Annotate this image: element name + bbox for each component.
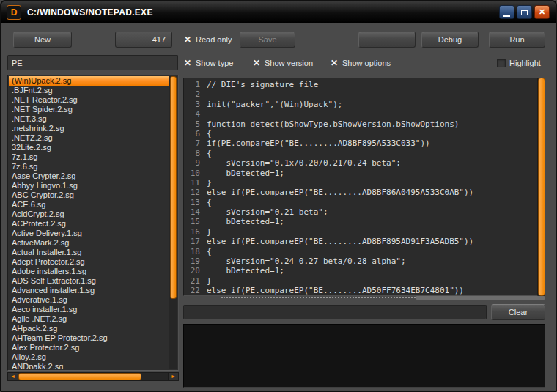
editor-horizontal-scrollbar[interactable] bbox=[183, 295, 545, 301]
new-button[interactable]: New bbox=[13, 32, 72, 48]
list-item[interactable]: Alex Protector.2.sg bbox=[9, 343, 169, 352]
code-line[interactable]: 11} bbox=[184, 178, 537, 188]
list-item[interactable]: .NET Spider.2.sg bbox=[9, 105, 169, 114]
code-line[interactable]: 13{ bbox=[184, 198, 537, 207]
list-item[interactable]: 32Lite.2.sg bbox=[9, 143, 169, 152]
list-item[interactable]: Adobe installers.1.sg bbox=[9, 267, 169, 276]
list-item[interactable]: Alloy.2.sg bbox=[9, 352, 169, 362]
window-titlebar[interactable]: D C:/WINDOWS/NOTEPAD.EXE ✕ bbox=[1, 1, 556, 23]
list-vertical-scrollbar[interactable] bbox=[169, 76, 177, 369]
list-item[interactable]: 7z.1.sg bbox=[9, 152, 169, 162]
code-text: { bbox=[207, 247, 212, 256]
code-line[interactable]: 7if(PE.compareEP("BE........AD8BF895A533… bbox=[184, 138, 537, 148]
code-text: } bbox=[207, 227, 212, 237]
list-item[interactable]: .NET Reactor.2.sg bbox=[9, 95, 169, 105]
readonly-checkbox[interactable]: ✕ Read only bbox=[183, 34, 232, 45]
signature-list: (Win)Upack.2.sg.BJFnt.2.sg.NET Reactor.2… bbox=[7, 75, 179, 371]
list-item[interactable]: .netshrink.2.sg bbox=[9, 124, 169, 133]
hscroll-thumb[interactable] bbox=[18, 373, 141, 380]
list-item[interactable]: AHTeam EP Protector.2.sg bbox=[9, 333, 169, 343]
code-line[interactable]: 19 sVersion="0.24-0.27 beta/0.28 alpha"; bbox=[184, 256, 537, 266]
list-item[interactable]: .BJFnt.2.sg bbox=[9, 86, 169, 95]
showversion-checkbox[interactable]: ✕ Show version bbox=[252, 58, 313, 68]
list-item[interactable]: ABC Cryptor.2.sg bbox=[9, 191, 169, 200]
code-line[interactable]: 18{ bbox=[184, 247, 537, 256]
code-line[interactable]: 17else if(PE.compareEP("BE........AD8BF8… bbox=[184, 237, 537, 246]
list-item[interactable]: Adept Protector.2.sg bbox=[9, 257, 169, 267]
scroll-left-button[interactable]: ◄ bbox=[8, 373, 18, 380]
code-editor[interactable]: 1// DIE's signature file23init("packer",… bbox=[183, 78, 538, 296]
list-item[interactable]: Aase Crypter.2.sg bbox=[9, 171, 169, 181]
code-line[interactable]: 15 bDetected=1; bbox=[184, 217, 537, 226]
highlight-checkbox[interactable]: Highlight bbox=[497, 58, 541, 68]
code-line[interactable]: 5function detect(bShowType,bShowVersion,… bbox=[184, 119, 537, 129]
maximize-button[interactable] bbox=[517, 5, 532, 19]
run-button[interactable]: Run bbox=[489, 32, 545, 48]
list-item[interactable]: Aeco installer.1.sg bbox=[9, 305, 169, 314]
debug-button[interactable]: Debug bbox=[421, 32, 479, 48]
list-item[interactable]: 7z.6.sg bbox=[9, 162, 169, 171]
checkbox-check-icon: ✕ bbox=[183, 35, 192, 44]
code-line[interactable]: 4 bbox=[184, 109, 537, 119]
list-item[interactable]: Abbyy Lingvo.1.sg bbox=[9, 181, 169, 191]
list-item[interactable]: Agile .NET.2.sg bbox=[9, 314, 169, 324]
spare-button[interactable] bbox=[358, 32, 416, 48]
code-line[interactable]: 20 bDetected=1; bbox=[184, 266, 537, 275]
code-text: bDetected=1; bbox=[207, 266, 284, 275]
readonly-label: Read only bbox=[196, 35, 232, 44]
save-button[interactable]: Save bbox=[240, 32, 295, 48]
list-item[interactable]: ADS Self Extractor.1.sg bbox=[9, 276, 169, 286]
line-number: 1 bbox=[184, 80, 207, 89]
code-line[interactable]: 14 sVersion="0.21 beta"; bbox=[184, 207, 537, 217]
list-item[interactable]: .NETZ.2.sg bbox=[9, 133, 169, 143]
showoptions-checkbox[interactable]: ✕ Show options bbox=[330, 58, 391, 68]
list-item[interactable]: Advanced installer.1.sg bbox=[9, 286, 169, 295]
showtype-checkbox[interactable]: ✕ Show type bbox=[183, 58, 233, 68]
code-line[interactable]: 1// DIE's signature file bbox=[184, 80, 537, 89]
editor-lines: 1// DIE's signature file23init("packer",… bbox=[184, 80, 537, 296]
line-number: 9 bbox=[184, 158, 207, 168]
list-horizontal-scrollbar[interactable]: ◄ ► bbox=[7, 372, 179, 381]
list-item[interactable]: ACE.6.sg bbox=[9, 200, 169, 210]
hscroll-thumb[interactable] bbox=[416, 296, 545, 300]
list-item[interactable]: (Win)Upack.2.sg bbox=[9, 76, 169, 86]
list-item[interactable]: Active Delivery.1.sg bbox=[9, 229, 169, 238]
code-line[interactable]: 12else if(PE.compareEP("BE........AD8BF8… bbox=[184, 188, 537, 197]
list-item[interactable]: AHpack.2.sg bbox=[9, 324, 169, 333]
code-line[interactable]: 6{ bbox=[184, 129, 537, 138]
scroll-right-button[interactable]: ► bbox=[168, 373, 178, 380]
code-line[interactable]: 2 bbox=[184, 89, 537, 99]
vscroll-thumb[interactable] bbox=[538, 78, 545, 296]
app-window: D C:/WINDOWS/NOTEPAD.EXE ✕ New 417 ✕ Rea… bbox=[0, 0, 557, 392]
list-item[interactable]: ACProtect.2.sg bbox=[9, 219, 169, 229]
clear-button[interactable]: Clear bbox=[491, 304, 545, 320]
minimize-button[interactable] bbox=[499, 5, 514, 19]
line-number: 3 bbox=[184, 100, 207, 109]
code-line[interactable]: 3init("packer","(Win)Upack"); bbox=[184, 100, 537, 109]
code-line[interactable]: 21} bbox=[184, 276, 537, 286]
list-item[interactable]: ANDpakk.2.sg bbox=[9, 362, 169, 369]
code-text: // DIE's signature file bbox=[207, 80, 318, 89]
list-item[interactable]: AcidCrypt.2.sg bbox=[9, 210, 169, 219]
output-console[interactable] bbox=[183, 324, 545, 388]
line-number: 4 bbox=[184, 109, 207, 119]
line-number: 16 bbox=[184, 227, 207, 237]
list-item[interactable]: Actual Installer.1.sg bbox=[9, 248, 169, 257]
code-line[interactable]: 10 bDetected=1; bbox=[184, 169, 537, 178]
checkbox-check-icon: ✕ bbox=[183, 59, 192, 67]
close-button[interactable]: ✕ bbox=[534, 5, 550, 19]
editor-vertical-scrollbar[interactable] bbox=[538, 78, 545, 296]
eval-input[interactable] bbox=[183, 305, 487, 319]
list-item[interactable]: Adverative.1.sg bbox=[9, 295, 169, 305]
list-item[interactable]: ActiveMark.2.sg bbox=[9, 238, 169, 248]
code-line[interactable]: 9 sVersion="0.1x/0.20/0.21/0.24 beta"; bbox=[184, 158, 537, 168]
filter-input[interactable] bbox=[7, 55, 178, 70]
code-line[interactable]: 16} bbox=[184, 227, 537, 237]
code-line[interactable]: 8{ bbox=[184, 149, 537, 158]
code-text: { bbox=[207, 129, 212, 138]
code-text: sVersion="0.1x/0.20/0.21/0.24 beta"; bbox=[207, 158, 401, 168]
list-item[interactable]: .NET.3.sg bbox=[9, 114, 169, 124]
line-number: 21 bbox=[184, 276, 207, 286]
vscroll-thumb[interactable] bbox=[170, 76, 177, 299]
signature-count-field[interactable]: 417 bbox=[115, 32, 172, 48]
